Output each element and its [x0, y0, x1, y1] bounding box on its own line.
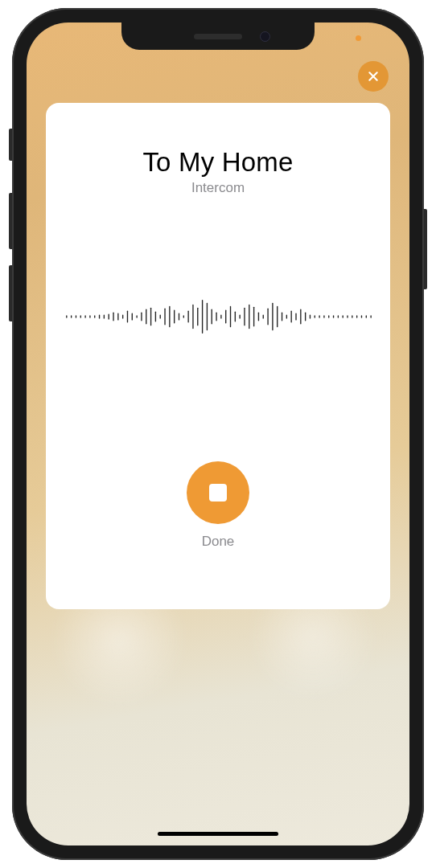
mic-recording-indicator-icon — [356, 35, 361, 41]
home-indicator[interactable] — [158, 832, 278, 836]
stop-record-button[interactable] — [187, 461, 249, 524]
done-label: Done — [202, 534, 235, 550]
stop-icon — [209, 484, 227, 502]
speaker-grille — [194, 34, 242, 39]
front-camera — [260, 31, 270, 42]
volume-down-button — [9, 265, 12, 321]
volume-up-button — [9, 193, 12, 249]
screen: To My Home Intercom — [27, 23, 409, 845]
card-subtitle: Intercom — [191, 180, 245, 196]
card-title: To My Home — [142, 147, 293, 178]
mute-switch — [9, 129, 12, 161]
audio-waveform-icon — [62, 289, 374, 345]
power-button — [424, 209, 427, 289]
close-button[interactable] — [358, 61, 389, 92]
close-icon — [367, 70, 380, 83]
notch — [121, 23, 315, 50]
phone-frame: To My Home Intercom — [12, 8, 424, 860]
intercom-card: To My Home Intercom — [46, 103, 390, 609]
